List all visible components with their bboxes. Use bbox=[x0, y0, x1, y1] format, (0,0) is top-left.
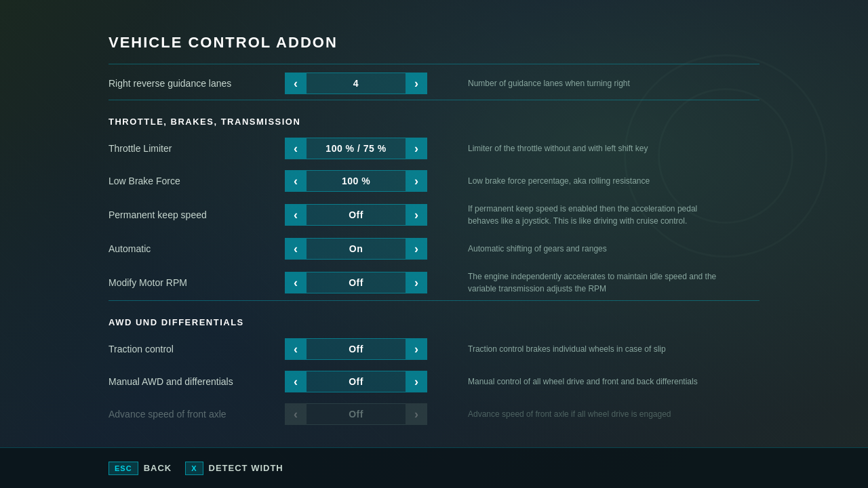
setting-row-auto: Automatic On Automatic shifting of gears… bbox=[108, 232, 760, 265]
setting-desc-auto: Automatic shifting of gears and ranges bbox=[468, 243, 726, 255]
setting-control-traction: Off bbox=[285, 338, 427, 360]
setting-label-throttle: Throttle Limiter bbox=[108, 143, 285, 154]
setting-label-0: Right reverse guidance lanes bbox=[108, 78, 285, 89]
setting-label-frontaxle: Advance speed of front axle bbox=[108, 409, 285, 420]
decrease-btn-0[interactable] bbox=[285, 73, 307, 94]
setting-label-keepspeed: Permanent keep speed bbox=[108, 209, 285, 220]
x-key: X bbox=[185, 462, 203, 475]
decrease-btn-throttle[interactable] bbox=[285, 138, 307, 159]
chevron-left-icon bbox=[294, 142, 298, 155]
setting-row-awd: Manual AWD and differentials Off Manual … bbox=[108, 365, 760, 398]
setting-label-awd: Manual AWD and differentials bbox=[108, 376, 285, 387]
setting-row-0: Right reverse guidance lanes 4 Number of… bbox=[108, 67, 760, 100]
increase-btn-brake[interactable] bbox=[406, 170, 427, 192]
setting-row-traction: Traction control Off Traction control br… bbox=[108, 333, 760, 365]
chevron-right-icon bbox=[414, 209, 418, 221]
main-content: VEHICLE CONTROL ADDON Right reverse guid… bbox=[0, 0, 868, 430]
page-title: VEHICLE CONTROL ADDON bbox=[108, 34, 760, 52]
chevron-left-icon bbox=[294, 77, 298, 89]
chevron-right-icon bbox=[414, 408, 418, 420]
control-value-0: 4 bbox=[307, 73, 406, 94]
setting-label-traction: Traction control bbox=[108, 344, 285, 354]
divider-awd bbox=[108, 300, 760, 301]
chevron-left-icon bbox=[294, 343, 298, 355]
control-value-brake: 100 % bbox=[307, 170, 406, 192]
setting-control-brake: 100 % bbox=[285, 170, 427, 192]
chevron-left-icon bbox=[294, 243, 298, 255]
chevron-right-icon bbox=[414, 77, 418, 89]
control-value-frontaxle: Off bbox=[307, 403, 406, 425]
increase-btn-throttle[interactable] bbox=[406, 138, 427, 159]
detect-width-label: DETECT WIDTH bbox=[209, 463, 283, 473]
setting-label-auto: Automatic bbox=[108, 243, 285, 254]
decrease-btn-keepspeed[interactable] bbox=[285, 204, 307, 226]
setting-desc-brake: Low brake force percentage, aka rolling … bbox=[468, 175, 726, 187]
setting-control-throttle: 100 % / 75 % bbox=[285, 138, 427, 159]
section-header-awd: AWD UND DIFFERENTIALS bbox=[108, 308, 760, 333]
section-header-throttle: THROTTLE, BRAKES, TRANSMISSION bbox=[108, 107, 760, 132]
chevron-left-icon bbox=[294, 408, 298, 420]
setting-desc-0: Number of guidance lanes when turning ri… bbox=[468, 77, 726, 89]
control-value-auto: On bbox=[307, 238, 406, 260]
setting-label-brake: Low Brake Force bbox=[108, 176, 285, 186]
setting-control-auto: On bbox=[285, 238, 427, 260]
increase-btn-auto[interactable] bbox=[406, 238, 427, 260]
control-value-traction: Off bbox=[307, 338, 406, 360]
control-value-awd: Off bbox=[307, 371, 406, 392]
detect-width-btn-group[interactable]: X DETECT WIDTH bbox=[185, 462, 283, 475]
increase-btn-keepspeed[interactable] bbox=[406, 204, 427, 226]
top-divider bbox=[108, 64, 760, 64]
setting-row-brake: Low Brake Force 100 % Low brake force pe… bbox=[108, 165, 760, 197]
chevron-left-icon bbox=[294, 375, 298, 388]
chevron-right-icon bbox=[414, 343, 418, 355]
decrease-btn-rpm[interactable] bbox=[285, 272, 307, 293]
setting-control-rpm: Off bbox=[285, 272, 427, 293]
control-value-throttle: 100 % / 75 % bbox=[307, 138, 406, 159]
decrease-btn-frontaxle bbox=[285, 403, 307, 425]
setting-desc-throttle: Limiter of the throttle without and with… bbox=[468, 142, 726, 155]
setting-desc-rpm: The engine independently accelerates to … bbox=[468, 270, 726, 295]
increase-btn-awd[interactable] bbox=[406, 371, 427, 392]
setting-row-throttle: Throttle Limiter 100 % / 75 % Limiter of… bbox=[108, 132, 760, 165]
setting-control-frontaxle: Off bbox=[285, 403, 427, 425]
setting-row-keepspeed: Permanent keep speed Off If permanent ke… bbox=[108, 197, 760, 232]
setting-row-rpm: Modify Motor RPM Off The engine independ… bbox=[108, 265, 760, 300]
bottom-bar: ESC BACK X DETECT WIDTH bbox=[0, 447, 868, 488]
decrease-btn-brake[interactable] bbox=[285, 170, 307, 192]
setting-label-rpm: Modify Motor RPM bbox=[108, 277, 285, 288]
decrease-btn-awd[interactable] bbox=[285, 371, 307, 392]
chevron-right-icon bbox=[414, 375, 418, 388]
decrease-btn-auto[interactable] bbox=[285, 238, 307, 260]
esc-key: ESC bbox=[108, 462, 138, 475]
setting-desc-keepspeed: If permanent keep speed is enabled then … bbox=[468, 203, 726, 227]
setting-control-keepspeed: Off bbox=[285, 204, 427, 226]
increase-btn-frontaxle bbox=[406, 403, 427, 425]
chevron-right-icon bbox=[414, 243, 418, 255]
chevron-left-icon bbox=[294, 175, 298, 187]
divider-0 bbox=[108, 100, 760, 100]
control-value-keepspeed: Off bbox=[307, 204, 406, 226]
back-btn-group: ESC BACK bbox=[108, 462, 172, 475]
increase-btn-rpm[interactable] bbox=[406, 272, 427, 293]
chevron-left-icon bbox=[294, 209, 298, 221]
setting-control-0: 4 bbox=[285, 73, 427, 94]
setting-desc-frontaxle: Advance speed of front axle if all wheel… bbox=[468, 408, 726, 420]
increase-btn-traction[interactable] bbox=[406, 338, 427, 360]
back-label: BACK bbox=[144, 463, 172, 473]
chevron-left-icon bbox=[294, 277, 298, 289]
chevron-right-icon bbox=[414, 175, 418, 187]
setting-desc-awd: Manual control of all wheel drive and fr… bbox=[468, 375, 726, 388]
chevron-right-icon bbox=[414, 277, 418, 289]
setting-row-frontaxle: Advance speed of front axle Off Advance … bbox=[108, 398, 760, 430]
setting-control-awd: Off bbox=[285, 371, 427, 392]
setting-desc-traction: Traction control brakes individual wheel… bbox=[468, 343, 726, 355]
chevron-right-icon bbox=[414, 142, 418, 155]
increase-btn-0[interactable] bbox=[406, 73, 427, 94]
control-value-rpm: Off bbox=[307, 272, 406, 293]
decrease-btn-traction[interactable] bbox=[285, 338, 307, 360]
